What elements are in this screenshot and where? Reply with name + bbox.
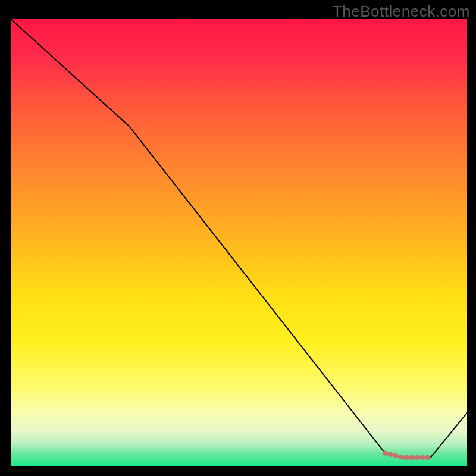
bottleneck-curve-line — [11, 19, 467, 458]
chart-plot-area — [11, 19, 467, 466]
watermark-text: TheBottleneck.com — [333, 2, 470, 21]
chart-lines — [11, 19, 467, 466]
highlight-segment-line — [385, 453, 431, 458]
